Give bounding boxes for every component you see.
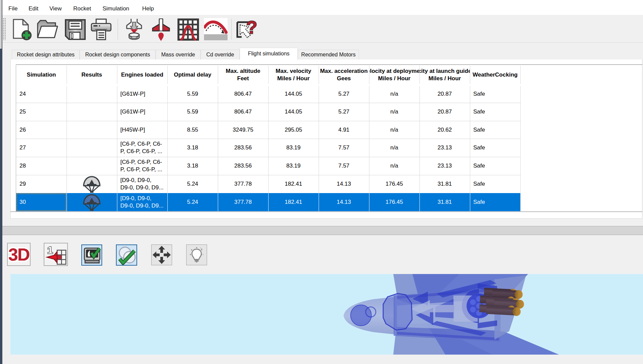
svg-text:1: 1	[47, 244, 53, 256]
svg-text:3D: 3D	[8, 245, 30, 264]
svg-text:?: ?	[246, 18, 257, 37]
